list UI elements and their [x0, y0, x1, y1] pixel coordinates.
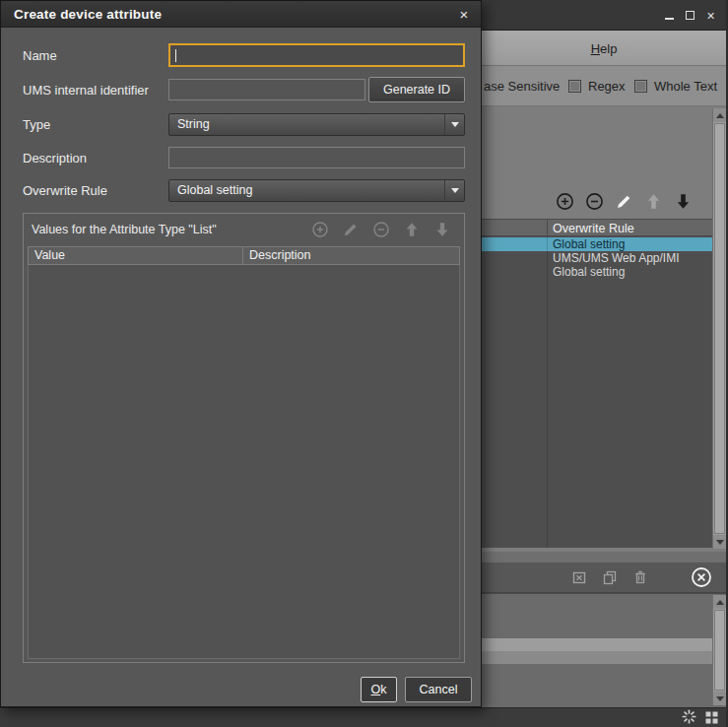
- help-button[interactable]: Help: [482, 31, 726, 66]
- list-item[interactable]: [482, 651, 712, 664]
- description-input[interactable]: [168, 147, 465, 168]
- overwrite-rule-select[interactable]: Global setting: [168, 179, 465, 202]
- column-header-value[interactable]: Value: [28, 246, 243, 265]
- triangle-up-icon: [716, 600, 724, 605]
- ok-button[interactable]: Ok: [361, 677, 397, 702]
- dialog-close-button[interactable]: ×: [454, 5, 474, 24]
- copy-icon: [602, 569, 618, 585]
- name-label: Name: [23, 48, 57, 63]
- ok-button-label: Ok: [371, 683, 387, 696]
- clear-selection-button[interactable]: [571, 569, 587, 585]
- circle-minus-icon: [372, 221, 390, 238]
- circle-minus-icon: [585, 192, 604, 211]
- dropdown-arrow-button[interactable]: [444, 180, 464, 201]
- scroll-down-button[interactable]: [713, 535, 726, 549]
- circle-plus-icon: [311, 221, 329, 238]
- bg-table-header[interactable]: Overwrite Rule: [482, 219, 712, 236]
- values-panel-title: Values for the Attribute Type "List": [32, 223, 217, 236]
- move-up-button[interactable]: [644, 191, 663, 211]
- dropdown-arrow-button[interactable]: [444, 114, 464, 135]
- close-icon: ×: [706, 9, 714, 23]
- help-button-label: Help: [591, 41, 618, 56]
- table-row[interactable]: Global setting: [482, 265, 712, 279]
- whole-text-checkbox[interactable]: [634, 80, 647, 93]
- move-value-up-button[interactable]: [403, 221, 421, 238]
- scroll-up-button[interactable]: [713, 108, 726, 122]
- row-cell-overwrite-rule: UMS/UMS Web App/IMI: [553, 251, 679, 265]
- values-toolbar: [311, 221, 451, 238]
- list-item[interactable]: [482, 638, 712, 651]
- regex-checkbox[interactable]: [568, 80, 581, 93]
- name-input[interactable]: [168, 43, 465, 67]
- add-value-button[interactable]: [311, 221, 329, 238]
- edit-row-button[interactable]: [615, 191, 633, 211]
- ums-identifier-label: UMS internal identifier: [23, 83, 149, 98]
- column-divider: [547, 219, 548, 236]
- overwrite-rule-selected-value: Global setting: [177, 183, 252, 197]
- arrow-up-icon: [403, 221, 421, 238]
- vertical-scrollbar[interactable]: [712, 108, 726, 549]
- cancel-search-button[interactable]: [691, 566, 712, 588]
- generate-id-label: Generate ID: [383, 83, 450, 97]
- minimize-icon: [665, 18, 674, 20]
- maximize-button[interactable]: [683, 8, 697, 23]
- remove-value-button[interactable]: [372, 221, 390, 238]
- scrollbar-thumb[interactable]: [714, 123, 725, 534]
- bg-column-overwrite-rule[interactable]: Overwrite Rule: [553, 221, 634, 236]
- arrow-up-icon: [644, 192, 663, 211]
- cancel-button[interactable]: Cancel: [405, 677, 472, 702]
- pencil-icon: [342, 221, 360, 238]
- dialog-title: Create device attribute: [14, 7, 162, 22]
- chevron-down-icon: [451, 122, 459, 127]
- overwrite-rule-label: Overwrite Rule: [23, 183, 107, 198]
- trash-icon: [632, 569, 648, 585]
- vertical-scrollbar-lower[interactable]: [712, 595, 726, 705]
- arrow-down-icon: [674, 192, 693, 211]
- move-value-down-button[interactable]: [433, 221, 451, 238]
- edit-value-button[interactable]: [342, 221, 360, 238]
- bg-table-toolbar: [556, 191, 697, 211]
- delete-button[interactable]: [632, 569, 648, 585]
- minimize-button[interactable]: [662, 8, 677, 23]
- values-table-body[interactable]: [28, 265, 460, 659]
- whole-text-label: Whole Text: [654, 80, 717, 94]
- app-grid-button[interactable]: [705, 711, 718, 724]
- type-select[interactable]: String: [168, 113, 465, 136]
- bg-table-body[interactable]: Global setting UMS/UMS Web App/IMI Globa…: [482, 236, 712, 548]
- generate-id-button[interactable]: Generate ID: [368, 77, 465, 102]
- add-row-button[interactable]: [556, 191, 574, 211]
- window-close-button[interactable]: ×: [703, 8, 718, 23]
- row-cell-overwrite-rule: Global setting: [553, 237, 625, 251]
- cancel-circle-icon: [691, 566, 712, 588]
- case-sensitive-label: ase Sensitive: [484, 80, 560, 94]
- type-selected-value: String: [177, 117, 210, 131]
- chevron-down-icon: [451, 188, 459, 193]
- dialog-titlebar[interactable]: Create device attribute ×: [1, 1, 481, 28]
- app-grid-icon: [705, 711, 718, 724]
- table-row[interactable]: Global setting: [482, 237, 712, 251]
- ums-identifier-input[interactable]: [168, 79, 365, 100]
- triangle-down-icon: [716, 696, 724, 701]
- remove-row-button[interactable]: [585, 191, 604, 211]
- values-table-header: Value Description: [28, 246, 460, 265]
- status-bar: [0, 707, 728, 727]
- pencil-icon: [615, 192, 633, 211]
- table-row[interactable]: UMS/UMS Web App/IMI: [482, 251, 712, 265]
- scrollbar-thumb[interactable]: [714, 610, 725, 691]
- create-device-attribute-dialog: Create device attribute × Name UMS inter…: [0, 0, 482, 707]
- description-label: Description: [23, 151, 87, 165]
- scroll-down-button[interactable]: [713, 692, 726, 705]
- copy-button[interactable]: [602, 569, 618, 585]
- column-header-description[interactable]: Description: [243, 246, 460, 265]
- background-task-button[interactable]: [682, 709, 696, 724]
- spinner-icon: [682, 709, 696, 724]
- cancel-button-label: Cancel: [420, 683, 458, 696]
- maximize-icon: [686, 11, 695, 20]
- row-cell-overwrite-rule: Global setting: [553, 265, 625, 279]
- window-controls: ×: [662, 8, 718, 23]
- scroll-up-button[interactable]: [713, 595, 726, 609]
- move-down-button[interactable]: [674, 191, 693, 211]
- arrow-down-icon: [433, 221, 451, 238]
- triangle-up-icon: [716, 113, 724, 118]
- text-caret: [175, 49, 176, 62]
